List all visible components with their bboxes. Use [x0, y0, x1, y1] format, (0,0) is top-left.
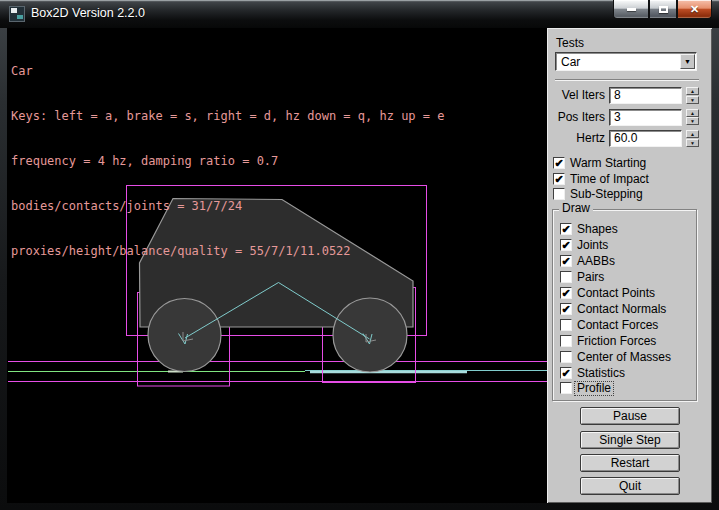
tests-label: Tests [556, 37, 584, 50]
quit-button[interactable]: Quit [580, 477, 680, 495]
checkbox-label: Center of Masses [577, 351, 671, 364]
stats-line: Car [11, 64, 444, 79]
right-wheel [333, 298, 407, 372]
checkbox-mark[interactable]: ✔ [553, 157, 565, 169]
statistics-text: Car Keys: left = a, brake = s, right = d… [11, 34, 444, 289]
close-icon: ✕ [690, 4, 699, 15]
dropdown-arrow-icon[interactable]: ▼ [680, 54, 695, 69]
separator [555, 79, 699, 81]
checkbox-mark[interactable]: ✔ [560, 367, 572, 379]
hertz-spinner: ▲ ▼ [686, 130, 699, 147]
checkbox-mark[interactable]: ✔ [560, 239, 572, 251]
pause-button[interactable]: Pause [580, 407, 680, 425]
vel-iters-label: Vel Iters [547, 87, 605, 104]
pos-iters-spinner: ▲ ▼ [686, 109, 699, 126]
checkbox-mark[interactable] [560, 335, 572, 347]
hertz-label: Hertz [547, 130, 605, 147]
checkbox-mark[interactable] [560, 351, 572, 363]
checkbox-label: Warm Starting [570, 157, 646, 170]
window-controls: ✕ [613, 0, 712, 19]
simulation-canvas[interactable]: Car Keys: left = a, brake = s, right = d… [7, 28, 547, 503]
maximize-button[interactable] [649, 0, 677, 19]
checkbox-mark[interactable]: ✔ [553, 173, 565, 185]
spinner-up-icon[interactable]: ▲ [686, 130, 699, 138]
checkbox-label: Sub-Stepping [570, 188, 643, 201]
pos-iters-label: Pos Iters [547, 109, 605, 126]
stats-line: Keys: left = a, brake = s, right = d, hz… [11, 109, 444, 124]
app-icon [9, 6, 25, 22]
checkbox-label: Shapes [577, 223, 618, 236]
maximize-icon [659, 6, 668, 13]
minimize-icon [627, 8, 636, 11]
checkbox-label: Contact Points [577, 287, 655, 300]
checkbox-label: Profile [575, 382, 613, 395]
checkbox-mark[interactable]: ✔ [560, 223, 572, 235]
restart-button[interactable]: Restart [580, 454, 680, 472]
vel-iters-field[interactable]: 8 [609, 87, 682, 104]
spinner-up-icon[interactable]: ▲ [686, 109, 699, 117]
checkbox-label: Time of Impact [570, 173, 649, 186]
checkbox-label: Contact Forces [577, 319, 658, 332]
checkbox-label: Friction Forces [577, 335, 656, 348]
stats-line: proxies/height/balance/quality = 55/7/1/… [11, 244, 444, 259]
spinner-down-icon[interactable]: ▼ [686, 117, 699, 125]
checkbox-mark[interactable] [560, 271, 572, 283]
titlebar[interactable]: Box2D Version 2.2.0 ✕ [0, 0, 719, 28]
stats-line: frequency = 4 hz, damping ratio = 0.7 [11, 154, 444, 169]
spinner-down-icon[interactable]: ▼ [686, 96, 699, 104]
checkbox-label: Statistics [577, 367, 625, 380]
pos-iters-field[interactable]: 3 [609, 109, 682, 126]
stats-line: bodies/contacts/joints = 31/7/24 [11, 199, 444, 214]
single-step-button[interactable]: Single Step [580, 431, 680, 449]
checkbox-mark[interactable]: ✔ [560, 287, 572, 299]
spinner-up-icon[interactable]: ▲ [686, 87, 699, 95]
box2d-testbed-window: Box2D Version 2.2.0 ✕ [0, 0, 719, 510]
checkbox-label: Joints [577, 239, 608, 252]
control-panel: Tests Car ▼ Vel Iters 8 ▲ ▼ Pos Iters 3 … [547, 28, 712, 503]
tests-dropdown-value: Car [561, 55, 580, 69]
checkbox-mark[interactable] [553, 188, 565, 200]
close-button[interactable]: ✕ [677, 0, 712, 19]
checkbox-label: Contact Normals [577, 303, 666, 316]
checkbox-mark[interactable]: ✔ [560, 255, 572, 267]
checkbox-mark[interactable]: ✔ [560, 303, 572, 315]
left-wheel [148, 299, 221, 372]
checkbox-label: AABBs [577, 255, 615, 268]
hertz-field[interactable]: 60.0 [609, 130, 682, 147]
checkbox-mark[interactable] [560, 319, 572, 331]
draw-group-label: Draw [559, 202, 593, 215]
tests-dropdown[interactable]: Car ▼ [555, 52, 697, 71]
window-title: Box2D Version 2.2.0 [31, 0, 145, 26]
checkbox-label: Pairs [577, 271, 604, 284]
spinner-down-icon[interactable]: ▼ [686, 139, 699, 147]
vel-iters-spinner: ▲ ▼ [686, 87, 699, 104]
minimize-button[interactable] [613, 0, 649, 19]
checkbox-mark[interactable] [560, 382, 572, 394]
